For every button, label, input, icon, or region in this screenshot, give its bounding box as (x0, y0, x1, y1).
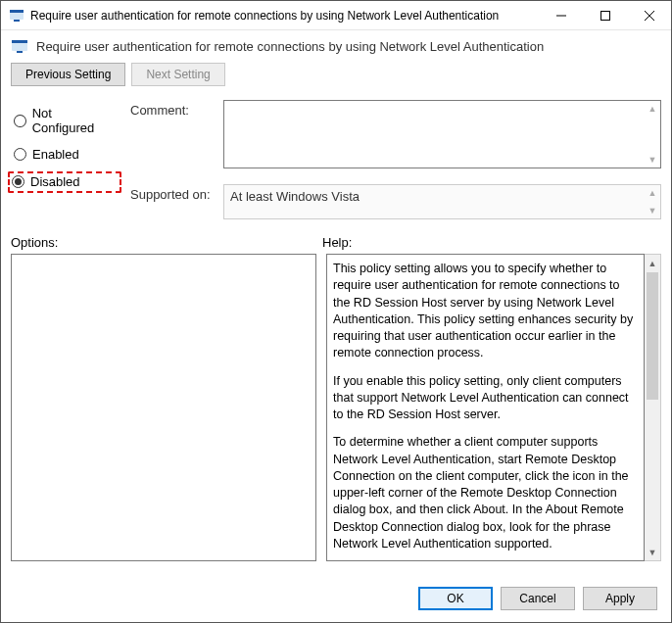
policy-header: Require user authentication for remote c… (1, 30, 671, 61)
comment-input[interactable]: ▲ ▼ (223, 100, 661, 168)
help-paragraph: This policy setting allows you to specif… (333, 261, 638, 362)
close-icon (645, 11, 654, 21)
scroll-up-icon[interactable]: ▲ (645, 255, 660, 271)
chevron-down-icon: ▼ (647, 154, 658, 166)
help-paragraph: To determine whether a client computer s… (333, 434, 638, 552)
help-scrollbar[interactable]: ▲ ▼ (645, 254, 661, 561)
maximize-icon (600, 11, 610, 21)
titlebar: Require user authentication for remote c… (1, 1, 671, 30)
radio-disabled[interactable]: Disabled (8, 171, 121, 193)
help-paragraph: If you enable this policy setting, only … (333, 373, 638, 424)
policy-icon (9, 8, 24, 24)
radio-label: Not Configured (32, 106, 116, 135)
radio-icon (14, 115, 26, 127)
nav-row: Previous Setting Next Setting (1, 61, 671, 96)
options-label: Options: (11, 235, 322, 250)
svg-rect-5 (12, 40, 27, 43)
options-panel (11, 254, 316, 561)
radio-not-configured[interactable]: Not Configured (11, 104, 119, 137)
cancel-button[interactable]: Cancel (501, 587, 575, 610)
help-panel: This policy setting allows you to specif… (326, 254, 645, 561)
comment-label: Comment: (130, 100, 223, 118)
window-title: Require user authentication for remote c… (30, 9, 539, 23)
window-controls (539, 1, 671, 29)
chevron-down-icon: ▼ (647, 205, 658, 216)
radio-icon (14, 148, 26, 161)
radio-enabled[interactable]: Enabled (11, 145, 119, 164)
panel-labels: Options: Help: (1, 223, 671, 254)
chevron-up-icon: ▲ (647, 103, 658, 115)
ok-button[interactable]: OK (418, 587, 493, 610)
maximize-button[interactable] (583, 1, 627, 29)
close-button[interactable] (627, 1, 671, 29)
svg-rect-1 (10, 10, 24, 13)
radio-label: Enabled (32, 147, 79, 162)
policy-object-icon (11, 37, 28, 55)
scroll-down-icon[interactable]: ▼ (645, 544, 660, 560)
previous-setting-button[interactable]: Previous Setting (11, 63, 125, 86)
radio-label: Disabled (30, 174, 80, 189)
scroll-thumb[interactable] (647, 272, 658, 400)
supported-on-field: At least Windows Vista ▲ ▼ (223, 184, 661, 219)
supported-label: Supported on: (130, 184, 223, 202)
help-label: Help: (322, 235, 352, 250)
panels: This policy setting allows you to specif… (1, 254, 671, 575)
fields-column: Comment: ▲ ▼ Supported on: At least Wind… (130, 100, 661, 219)
minimize-button[interactable] (539, 1, 583, 29)
dialog-footer: OK Cancel Apply (1, 575, 671, 622)
supported-value: At least Windows Vista (230, 189, 360, 204)
radio-icon (12, 175, 24, 188)
next-setting-button: Next Setting (131, 63, 224, 86)
comment-row: Comment: ▲ ▼ (130, 100, 661, 168)
svg-rect-3 (600, 11, 609, 20)
svg-rect-2 (14, 20, 20, 22)
top-section: Not Configured Enabled Disabled Comment:… (1, 96, 671, 223)
svg-rect-6 (17, 51, 23, 53)
supported-row: Supported on: At least Windows Vista ▲ ▼ (130, 184, 661, 219)
policy-editor-window: Require user authentication for remote c… (0, 0, 672, 623)
chevron-up-icon: ▲ (647, 187, 658, 199)
apply-button[interactable]: Apply (583, 587, 657, 610)
help-panel-wrap: This policy setting allows you to specif… (326, 254, 661, 561)
policy-title: Require user authentication for remote c… (36, 39, 544, 54)
state-radio-group: Not Configured Enabled Disabled (11, 100, 119, 219)
minimize-icon (556, 11, 566, 21)
